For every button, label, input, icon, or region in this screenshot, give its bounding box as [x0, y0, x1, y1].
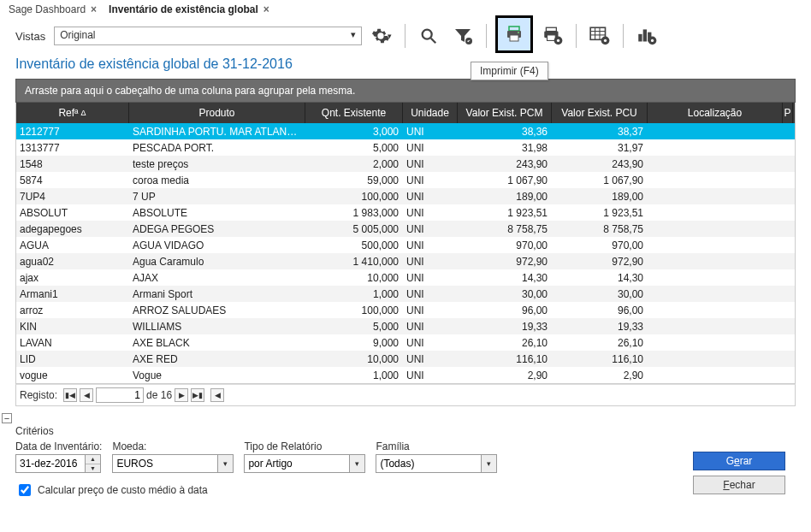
table-row[interactable]: 1212777SARDINHA PORTU. MAR ATLANTIC3,000… [16, 123, 795, 139]
col-qnt[interactable]: Qnt. Existente [305, 103, 403, 123]
grid-body: 1212777SARDINHA PORTU. MAR ATLANTIC3,000… [16, 123, 795, 383]
separator [405, 24, 406, 48]
close-icon[interactable]: × [263, 3, 269, 15]
cell: ABSOLUT [16, 207, 129, 219]
table-row[interactable]: 5874coroa media59,000UNI1 067,901 067,90 [16, 172, 795, 188]
chart-settings-icon[interactable] [632, 21, 661, 50]
grid-settings-icon[interactable] [585, 21, 614, 50]
cell: 19,33 [458, 321, 552, 333]
cell: 189,00 [458, 191, 552, 203]
table-row[interactable]: ajaxAJAX10,000UNI14,3014,30 [16, 269, 795, 286]
table-row[interactable]: adegapegoesADEGA PEGOES5 005,000UNI8 758… [16, 221, 795, 237]
cell: UNI [403, 304, 458, 316]
cell: UNI [403, 288, 458, 300]
data-grid: RefªΔ Produto Qnt. Existente Unidade Val… [15, 103, 796, 384]
cell: UNI [403, 321, 458, 333]
cell: ARROZ SALUDAES [129, 304, 305, 316]
cell: 100,000 [305, 304, 403, 316]
cell: 972,90 [552, 256, 648, 268]
cell: Armani1 [16, 288, 129, 300]
cell: 1 923,51 [458, 207, 552, 219]
tab-dashboard[interactable]: Sage Dashboard × [5, 2, 100, 17]
cell: 7 UP [129, 191, 305, 203]
col-loc[interactable]: Localização [648, 103, 783, 123]
cell: 30,00 [552, 288, 648, 300]
filter-icon[interactable] [448, 21, 477, 50]
print-settings-icon[interactable] [538, 21, 567, 50]
moeda-label: Moeda: [112, 440, 234, 452]
svg-point-6 [518, 32, 519, 33]
table-row[interactable]: vogueVogue1,000UNI2,902,90 [16, 367, 795, 383]
gerar-button[interactable]: Gerar [693, 452, 785, 470]
data-inventario-input[interactable] [15, 454, 86, 473]
tab-inventario[interactable]: Inventário de existência global × [105, 2, 273, 17]
cell: UNI [403, 191, 458, 203]
col-ref[interactable]: RefªΔ [16, 103, 129, 123]
settings-icon[interactable]: ▾ [367, 21, 396, 50]
cell: 26,10 [552, 337, 648, 349]
cell: 1 067,90 [552, 174, 648, 186]
table-row[interactable]: 1313777PESCADA PORT.5,000UNI31,9831,97 [16, 139, 795, 156]
moeda-dropdown[interactable]: ▾ [218, 454, 234, 473]
group-by-bar[interactable]: Arraste para aqui o cabeçalho de uma col… [15, 79, 796, 103]
col-produto[interactable]: Produto [129, 103, 305, 123]
next-page-button[interactable]: ▶ [175, 388, 188, 402]
cell: AXE RED [129, 353, 305, 365]
cell: 2,000 [305, 158, 403, 170]
cell: 100,000 [305, 191, 403, 203]
cell: Armani Sport [129, 288, 305, 300]
col-unidade[interactable]: Unidade [403, 103, 458, 123]
table-row[interactable]: AGUAAGUA VIDAGO500,000UNI970,00970,00 [16, 237, 795, 253]
tipo-dropdown[interactable]: ▾ [350, 454, 365, 473]
cell: WILLIAMS [129, 321, 305, 333]
cell: PESCADA PORT. [129, 142, 305, 154]
table-row[interactable]: Armani1Armani Sport1,000UNI30,0030,00 [16, 286, 795, 302]
fechar-button[interactable]: Fechar [693, 476, 785, 494]
table-row[interactable]: KINWILLIAMS5,000UNI19,3319,33 [16, 318, 795, 334]
cell: 5,000 [305, 321, 403, 333]
cell: coroa media [129, 174, 305, 186]
cell: 243,90 [552, 158, 648, 170]
cell: AGUA [16, 239, 129, 251]
cell: 116,10 [552, 353, 648, 365]
table-row[interactable]: LAVANAXE BLACK9,000UNI26,1026,10 [16, 334, 795, 351]
cell: 1 923,51 [552, 207, 648, 219]
cell: 14,30 [458, 272, 552, 284]
table-row[interactable]: agua02Agua Caramulo1 410,000UNI972,90972… [16, 253, 795, 269]
table-row[interactable]: 1548teste preços2,000UNI243,90243,90 [16, 156, 795, 172]
close-icon[interactable]: × [91, 3, 97, 15]
cell: 31,98 [458, 142, 552, 154]
calc-preco-checkbox[interactable] [19, 484, 31, 496]
date-spinner[interactable]: ▲▼ [86, 454, 101, 473]
cell: UNI [403, 337, 458, 349]
cell: UNI [403, 256, 458, 268]
table-row[interactable]: ABSOLUTABSOLUTE1 983,000UNI1 923,511 923… [16, 204, 795, 221]
col-pcm[interactable]: Valor Exist. PCM [458, 103, 552, 123]
table-row[interactable]: 7UP47 UP100,000UNI189,00189,00 [16, 188, 795, 204]
prev-page-button[interactable]: ◀ [80, 388, 93, 402]
print-button[interactable] [495, 15, 533, 53]
tipo-input[interactable] [244, 454, 350, 473]
cell: ajax [16, 272, 129, 284]
section-collapse[interactable]: − [2, 413, 12, 423]
first-page-button[interactable]: ▮◀ [63, 388, 77, 402]
last-page-button[interactable]: ▶▮ [191, 388, 204, 402]
page-input[interactable] [96, 387, 144, 403]
svg-point-11 [557, 39, 559, 42]
table-row[interactable]: LIDAXE RED10,000UNI116,10116,10 [16, 351, 795, 367]
vistas-value: Original [60, 29, 95, 41]
cell: 243,90 [458, 158, 552, 170]
cell: AXE BLACK [129, 337, 305, 349]
familia-dropdown[interactable]: ▾ [482, 454, 497, 473]
familia-input[interactable] [376, 454, 482, 473]
cell: 970,00 [552, 239, 648, 251]
cell: 7UP4 [16, 191, 129, 203]
col-p[interactable]: P [783, 103, 793, 123]
search-icon[interactable] [414, 21, 443, 50]
cell: 1212777 [16, 126, 129, 138]
scroll-left[interactable]: ◀ [210, 388, 224, 402]
table-row[interactable]: arrozARROZ SALUDAES100,000UNI96,0096,00 [16, 302, 795, 318]
moeda-input[interactable] [112, 454, 218, 473]
vistas-select[interactable]: Original [54, 27, 362, 45]
col-pcu[interactable]: Valor Exist. PCU [552, 103, 648, 123]
